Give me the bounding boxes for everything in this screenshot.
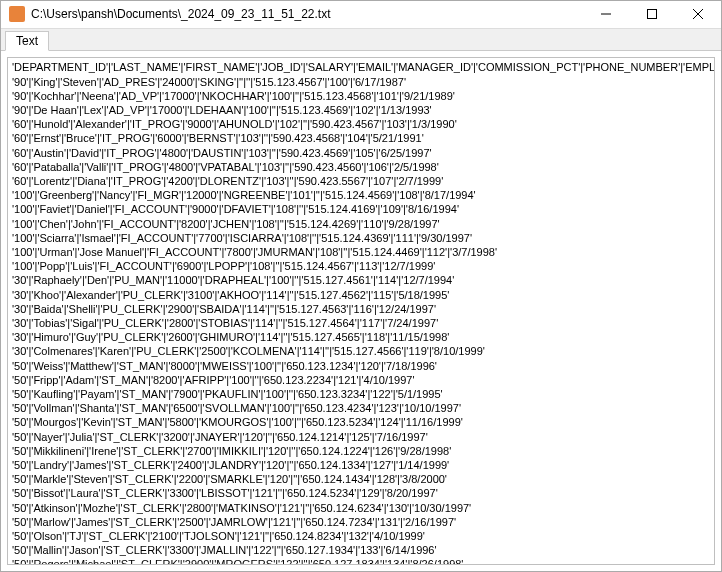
text-line: '100'|'Greenberg'|'Nancy'|'FI_MGR'|'1200… bbox=[12, 188, 710, 202]
text-line: '50'|'Rogers'|'Michael'|'ST_CLERK'|'2900… bbox=[12, 557, 710, 565]
text-line: '50'|'Fripp'|'Adam'|'ST_MAN'|'8200'|'AFR… bbox=[12, 373, 710, 387]
text-line: '50'|'Landry'|'James'|'ST_CLERK'|'2400'|… bbox=[12, 458, 710, 472]
text-line: '50'|'Markle'|'Steven'|'ST_CLERK'|'2200'… bbox=[12, 472, 710, 486]
maximize-button[interactable] bbox=[629, 1, 675, 28]
text-line: '90'|'De Haan'|'Lex'|'AD_VP'|'17000'|'LD… bbox=[12, 103, 710, 117]
minimize-button[interactable] bbox=[583, 1, 629, 28]
text-pane[interactable]: 'DEPARTMENT_ID'|'LAST_NAME'|'FIRST_NAME'… bbox=[7, 57, 715, 565]
text-line: '60'|'Pataballa'|'Valli'|'IT_PROG'|'4800… bbox=[12, 160, 710, 174]
svg-rect-1 bbox=[648, 10, 657, 19]
window-title: C:\Users\pansh\Documents\_2024_09_23_11_… bbox=[31, 7, 583, 21]
text-line: '50'|'Marlow'|'James'|'ST_CLERK'|'2500'|… bbox=[12, 515, 710, 529]
text-line: 'DEPARTMENT_ID'|'LAST_NAME'|'FIRST_NAME'… bbox=[12, 60, 710, 74]
text-line: '100'|'Sciarra'|'Ismael'|'FI_ACCOUNT'|'7… bbox=[12, 231, 710, 245]
text-line: '60'|'Hunold'|'Alexander'|'IT_PROG'|'900… bbox=[12, 117, 710, 131]
text-line: '50'|'Atkinson'|'Mozhe'|'ST_CLERK'|'2800… bbox=[12, 501, 710, 515]
text-line: '50'|'Nayer'|'Julia'|'ST_CLERK'|'3200'|'… bbox=[12, 430, 710, 444]
tab-text[interactable]: Text bbox=[5, 31, 49, 51]
text-line: '60'|'Austin'|'David'|'IT_PROG'|'4800'|'… bbox=[12, 146, 710, 160]
text-line: '30'|'Himuro'|'Guy'|'PU_CLERK'|'2600'|'G… bbox=[12, 330, 710, 344]
text-line: '60'|'Ernst'|'Bruce'|'IT_PROG'|'6000'|'B… bbox=[12, 131, 710, 145]
tabstrip: Text bbox=[1, 29, 721, 51]
content-area: 'DEPARTMENT_ID'|'LAST_NAME'|'FIRST_NAME'… bbox=[1, 51, 721, 571]
text-line: '30'|'Colmenares'|'Karen'|'PU_CLERK'|'25… bbox=[12, 344, 710, 358]
app-icon bbox=[9, 6, 25, 22]
text-line: '50'|'Vollman'|'Shanta'|'ST_MAN'|'6500'|… bbox=[12, 401, 710, 415]
text-line: '30'|'Tobias'|'Sigal'|'PU_CLERK'|'2800'|… bbox=[12, 316, 710, 330]
maximize-icon bbox=[647, 9, 657, 19]
close-button[interactable] bbox=[675, 1, 721, 28]
text-line: '30'|'Baida'|'Shelli'|'PU_CLERK'|'2900'|… bbox=[12, 302, 710, 316]
text-line: '100'|'Popp'|'Luis'|'FI_ACCOUNT'|'6900'|… bbox=[12, 259, 710, 273]
text-line: '90'|'Kochhar'|'Neena'|'AD_VP'|'17000'|'… bbox=[12, 89, 710, 103]
text-line: '50'|'Olson'|'TJ'|'ST_CLERK'|'2100'|'TJO… bbox=[12, 529, 710, 543]
window-controls bbox=[583, 1, 721, 28]
text-line: '100'|'Urman'|'Jose Manuel'|'FI_ACCOUNT'… bbox=[12, 245, 710, 259]
close-icon bbox=[693, 9, 703, 19]
text-line: '50'|'Bissot'|'Laura'|'ST_CLERK'|'3300'|… bbox=[12, 486, 710, 500]
minimize-icon bbox=[601, 9, 611, 19]
text-line: '50'|'Mikkilineni'|'Irene'|'ST_CLERK'|'2… bbox=[12, 444, 710, 458]
text-line: '50'|'Mourgos'|'Kevin'|'ST_MAN'|'5800'|'… bbox=[12, 415, 710, 429]
text-line: '100'|'Chen'|'John'|'FI_ACCOUNT'|'8200'|… bbox=[12, 217, 710, 231]
text-line: '50'|'Weiss'|'Matthew'|'ST_MAN'|'8000'|'… bbox=[12, 359, 710, 373]
titlebar: C:\Users\pansh\Documents\_2024_09_23_11_… bbox=[1, 1, 721, 29]
text-line: '60'|'Lorentz'|'Diana'|'IT_PROG'|'4200'|… bbox=[12, 174, 710, 188]
text-line: '50'|'Kaufling'|'Payam'|'ST_MAN'|'7900'|… bbox=[12, 387, 710, 401]
text-line: '30'|'Raphaely'|'Den'|'PU_MAN'|'11000'|'… bbox=[12, 273, 710, 287]
text-line: '50'|'Mallin'|'Jason'|'ST_CLERK'|'3300'|… bbox=[12, 543, 710, 557]
text-line: '30'|'Khoo'|'Alexander'|'PU_CLERK'|'3100… bbox=[12, 288, 710, 302]
app-window: C:\Users\pansh\Documents\_2024_09_23_11_… bbox=[0, 0, 722, 572]
text-line: '90'|'King'|'Steven'|'AD_PRES'|'24000'|'… bbox=[12, 75, 710, 89]
text-line: '100'|'Faviet'|'Daniel'|'FI_ACCOUNT'|'90… bbox=[12, 202, 710, 216]
